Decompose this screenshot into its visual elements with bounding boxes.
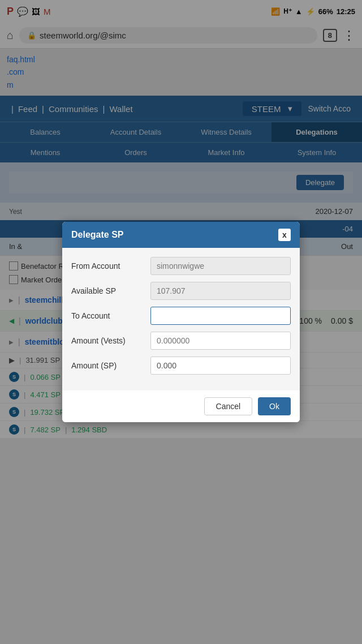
from-account-input[interactable]: [150, 257, 291, 275]
to-account-label: To Account: [71, 311, 150, 320]
cancel-button[interactable]: Cancel: [204, 397, 253, 415]
amount-sp-label: Amount (SP): [71, 361, 150, 370]
modal-title: Delegate SP: [71, 230, 123, 240]
amount-sp-row: Amount (SP): [71, 357, 291, 375]
delegate-sp-modal: Delegate SP x From Account Available SP …: [62, 222, 300, 422]
available-sp-row: Available SP: [71, 282, 291, 300]
modal-header: Delegate SP x: [62, 222, 300, 248]
available-sp-label: Available SP: [71, 286, 150, 295]
from-account-row: From Account: [71, 257, 291, 275]
from-account-label: From Account: [71, 261, 150, 271]
amount-sp-input[interactable]: [150, 357, 291, 375]
to-account-input[interactable]: [150, 307, 291, 325]
amount-vests-label: Amount (Vests): [71, 336, 150, 345]
ok-button[interactable]: Ok: [258, 397, 291, 415]
to-account-row: To Account: [71, 307, 291, 325]
modal-close-button[interactable]: x: [278, 229, 291, 241]
modal-overlay[interactable]: Delegate SP x From Account Available SP …: [0, 0, 362, 644]
modal-footer: Cancel Ok: [62, 390, 300, 422]
amount-vests-input[interactable]: [150, 332, 291, 350]
modal-body: From Account Available SP To Account Amo…: [62, 248, 300, 390]
amount-vests-row: Amount (Vests): [71, 332, 291, 350]
available-sp-input: [150, 282, 291, 300]
